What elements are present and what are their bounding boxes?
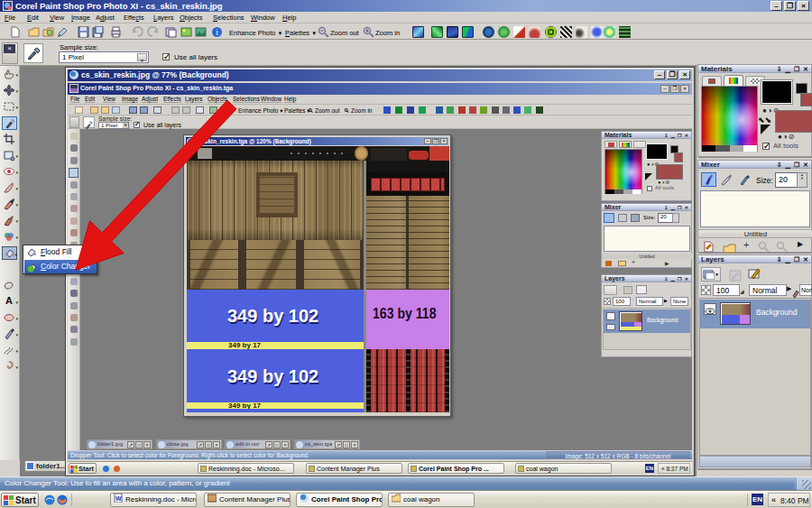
- svg-text:i: i: [217, 28, 218, 37]
- svg-text:W: W: [115, 495, 122, 502]
